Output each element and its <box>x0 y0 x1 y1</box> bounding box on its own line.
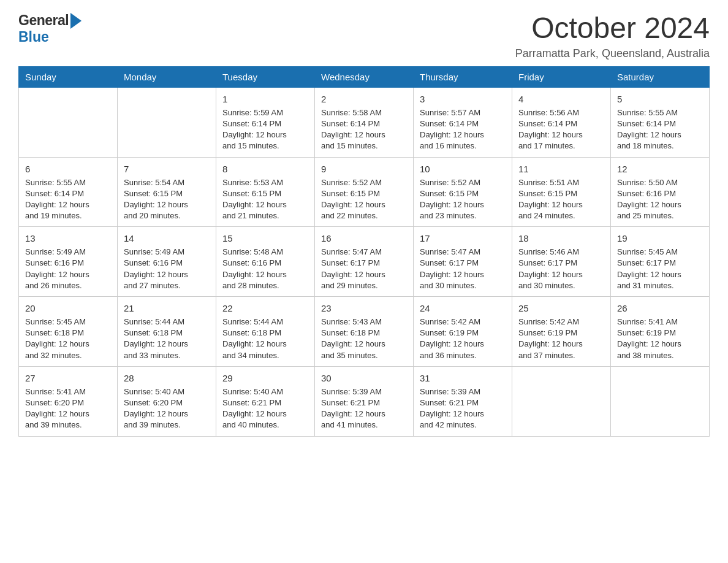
day-number: 13 <box>25 232 111 245</box>
calendar-cell: 19Sunrise: 5:45 AM Sunset: 6:17 PM Dayli… <box>611 227 710 297</box>
day-number: 16 <box>321 232 407 245</box>
day-number: 29 <box>222 372 308 385</box>
calendar-cell: 8Sunrise: 5:53 AM Sunset: 6:15 PM Daylig… <box>216 157 315 227</box>
day-info: Sunrise: 5:44 AM Sunset: 6:18 PM Dayligh… <box>222 316 308 361</box>
day-info: Sunrise: 5:49 AM Sunset: 6:16 PM Dayligh… <box>124 247 210 291</box>
calendar-cell: 11Sunrise: 5:51 AM Sunset: 6:15 PM Dayli… <box>512 157 611 227</box>
page-header: General Blue October 2024 Parramatta Par… <box>18 12 710 60</box>
day-number: 27 <box>25 372 111 385</box>
day-info: Sunrise: 5:47 AM Sunset: 6:17 PM Dayligh… <box>420 247 506 291</box>
logo-general-text: General <box>18 12 69 29</box>
day-number: 25 <box>518 302 604 315</box>
day-info: Sunrise: 5:59 AM Sunset: 6:14 PM Dayligh… <box>222 107 308 152</box>
calendar-cell: 4Sunrise: 5:56 AM Sunset: 6:14 PM Daylig… <box>512 87 611 157</box>
calendar-cell: 24Sunrise: 5:42 AM Sunset: 6:19 PM Dayli… <box>414 297 512 367</box>
day-header-saturday: Saturday <box>611 66 710 87</box>
day-info: Sunrise: 5:54 AM Sunset: 6:15 PM Dayligh… <box>124 177 210 222</box>
day-info: Sunrise: 5:41 AM Sunset: 6:19 PM Dayligh… <box>617 316 703 361</box>
day-number: 1 <box>222 93 308 105</box>
day-info: Sunrise: 5:55 AM Sunset: 6:14 PM Dayligh… <box>25 177 111 222</box>
day-number: 12 <box>617 163 703 175</box>
calendar-cell: 14Sunrise: 5:49 AM Sunset: 6:16 PM Dayli… <box>118 227 216 297</box>
day-info: Sunrise: 5:53 AM Sunset: 6:15 PM Dayligh… <box>222 177 308 222</box>
day-info: Sunrise: 5:46 AM Sunset: 6:17 PM Dayligh… <box>518 247 604 291</box>
calendar-week-row: 27Sunrise: 5:41 AM Sunset: 6:20 PM Dayli… <box>19 366 710 436</box>
calendar-cell: 9Sunrise: 5:52 AM Sunset: 6:15 PM Daylig… <box>315 157 414 227</box>
logo-triangle-icon <box>70 13 82 29</box>
day-info: Sunrise: 5:40 AM Sunset: 6:21 PM Dayligh… <box>222 386 308 431</box>
title-area: October 2024 Parramatta Park, Queensland… <box>515 12 710 60</box>
calendar-cell: 25Sunrise: 5:42 AM Sunset: 6:19 PM Dayli… <box>512 297 611 367</box>
calendar-cell: 13Sunrise: 5:49 AM Sunset: 6:16 PM Dayli… <box>19 227 118 297</box>
day-number: 5 <box>617 93 703 105</box>
day-info: Sunrise: 5:55 AM Sunset: 6:14 PM Dayligh… <box>617 107 703 152</box>
day-number: 2 <box>321 93 407 105</box>
calendar-cell: 20Sunrise: 5:45 AM Sunset: 6:18 PM Dayli… <box>19 297 118 367</box>
day-info: Sunrise: 5:48 AM Sunset: 6:16 PM Dayligh… <box>222 247 308 291</box>
calendar-cell: 29Sunrise: 5:40 AM Sunset: 6:21 PM Dayli… <box>216 366 315 436</box>
day-number: 11 <box>518 163 604 175</box>
day-number: 7 <box>124 163 210 175</box>
calendar-cell: 6Sunrise: 5:55 AM Sunset: 6:14 PM Daylig… <box>19 157 118 227</box>
calendar-cell <box>512 366 611 436</box>
day-number: 31 <box>420 372 506 385</box>
day-number: 15 <box>222 232 308 245</box>
calendar-cell: 15Sunrise: 5:48 AM Sunset: 6:16 PM Dayli… <box>216 227 315 297</box>
day-number: 24 <box>420 302 506 315</box>
day-number: 10 <box>420 163 506 175</box>
day-info: Sunrise: 5:40 AM Sunset: 6:20 PM Dayligh… <box>124 386 210 431</box>
day-header-sunday: Sunday <box>19 66 118 87</box>
day-info: Sunrise: 5:52 AM Sunset: 6:15 PM Dayligh… <box>420 177 506 222</box>
calendar-week-row: 20Sunrise: 5:45 AM Sunset: 6:18 PM Dayli… <box>19 297 710 367</box>
calendar-cell: 31Sunrise: 5:39 AM Sunset: 6:21 PM Dayli… <box>414 366 512 436</box>
calendar-table: SundayMondayTuesdayWednesdayThursdayFrid… <box>18 66 710 437</box>
day-info: Sunrise: 5:45 AM Sunset: 6:17 PM Dayligh… <box>617 247 703 291</box>
calendar-cell <box>118 87 216 157</box>
day-number: 22 <box>222 302 308 315</box>
calendar-cell: 27Sunrise: 5:41 AM Sunset: 6:20 PM Dayli… <box>19 366 118 436</box>
day-number: 17 <box>420 232 506 245</box>
day-info: Sunrise: 5:56 AM Sunset: 6:14 PM Dayligh… <box>518 107 604 152</box>
day-info: Sunrise: 5:39 AM Sunset: 6:21 PM Dayligh… <box>420 386 506 431</box>
day-header-tuesday: Tuesday <box>216 66 315 87</box>
month-title: October 2024 <box>515 12 710 45</box>
calendar-cell: 12Sunrise: 5:50 AM Sunset: 6:16 PM Dayli… <box>611 157 710 227</box>
calendar-week-row: 1Sunrise: 5:59 AM Sunset: 6:14 PM Daylig… <box>19 87 710 157</box>
day-info: Sunrise: 5:52 AM Sunset: 6:15 PM Dayligh… <box>321 177 407 222</box>
calendar-week-row: 6Sunrise: 5:55 AM Sunset: 6:14 PM Daylig… <box>19 157 710 227</box>
calendar-cell: 1Sunrise: 5:59 AM Sunset: 6:14 PM Daylig… <box>216 87 315 157</box>
calendar-cell: 16Sunrise: 5:47 AM Sunset: 6:17 PM Dayli… <box>315 227 414 297</box>
day-info: Sunrise: 5:58 AM Sunset: 6:14 PM Dayligh… <box>321 107 407 152</box>
day-info: Sunrise: 5:49 AM Sunset: 6:16 PM Dayligh… <box>25 247 111 291</box>
day-info: Sunrise: 5:51 AM Sunset: 6:15 PM Dayligh… <box>518 177 604 222</box>
calendar-cell: 7Sunrise: 5:54 AM Sunset: 6:15 PM Daylig… <box>118 157 216 227</box>
day-info: Sunrise: 5:57 AM Sunset: 6:14 PM Dayligh… <box>420 107 506 152</box>
day-header-monday: Monday <box>118 66 216 87</box>
calendar-week-row: 13Sunrise: 5:49 AM Sunset: 6:16 PM Dayli… <box>19 227 710 297</box>
calendar-header-row: SundayMondayTuesdayWednesdayThursdayFrid… <box>19 66 710 87</box>
day-info: Sunrise: 5:50 AM Sunset: 6:16 PM Dayligh… <box>617 177 703 222</box>
day-number: 3 <box>420 93 506 105</box>
day-number: 30 <box>321 372 407 385</box>
day-number: 18 <box>518 232 604 245</box>
day-number: 19 <box>617 232 703 245</box>
day-number: 4 <box>518 93 604 105</box>
calendar-cell: 5Sunrise: 5:55 AM Sunset: 6:14 PM Daylig… <box>611 87 710 157</box>
calendar-cell: 10Sunrise: 5:52 AM Sunset: 6:15 PM Dayli… <box>414 157 512 227</box>
calendar-cell: 18Sunrise: 5:46 AM Sunset: 6:17 PM Dayli… <box>512 227 611 297</box>
day-header-wednesday: Wednesday <box>315 66 414 87</box>
day-number: 6 <box>25 163 111 175</box>
day-info: Sunrise: 5:44 AM Sunset: 6:18 PM Dayligh… <box>124 316 210 361</box>
calendar-cell: 26Sunrise: 5:41 AM Sunset: 6:19 PM Dayli… <box>611 297 710 367</box>
calendar-cell: 2Sunrise: 5:58 AM Sunset: 6:14 PM Daylig… <box>315 87 414 157</box>
calendar-cell: 17Sunrise: 5:47 AM Sunset: 6:17 PM Dayli… <box>414 227 512 297</box>
day-number: 8 <box>222 163 308 175</box>
day-number: 23 <box>321 302 407 315</box>
location-subtitle: Parramatta Park, Queensland, Australia <box>515 47 710 60</box>
day-number: 20 <box>25 302 111 315</box>
day-number: 9 <box>321 163 407 175</box>
day-info: Sunrise: 5:41 AM Sunset: 6:20 PM Dayligh… <box>25 386 111 431</box>
logo: General Blue <box>18 12 82 45</box>
day-number: 21 <box>124 302 210 315</box>
calendar-cell: 21Sunrise: 5:44 AM Sunset: 6:18 PM Dayli… <box>118 297 216 367</box>
